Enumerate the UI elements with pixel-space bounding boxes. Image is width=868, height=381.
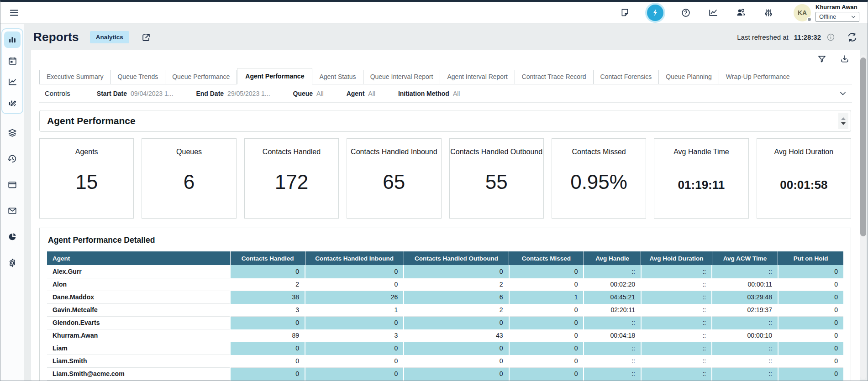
column-header-contacts-missed[interactable]: Contacts Missed xyxy=(509,251,584,265)
tab-agent-performance[interactable]: Agent Performance xyxy=(237,68,312,84)
tab-executive-summary[interactable]: Executive Summary xyxy=(39,70,110,84)
detail-table-section: Agent Performance Detailed AgentContacts… xyxy=(39,228,851,381)
avatar[interactable]: KA xyxy=(794,4,811,21)
sidebar-item-reports[interactable] xyxy=(4,31,21,48)
tab-contract-trace-record[interactable]: Contract Trace Record xyxy=(515,70,594,84)
cell-value: 0 xyxy=(778,342,843,355)
control-filter-end-date[interactable]: End Date29/05/2023 1... xyxy=(196,90,270,97)
refresh-icon[interactable] xyxy=(847,32,857,42)
cell-agent: Dane.Maddox xyxy=(47,291,230,303)
cell-value: 0 xyxy=(778,303,843,316)
sliders-icon[interactable] xyxy=(763,8,773,18)
column-header-contacts-handled-outbound[interactable]: Contacts Handled Outbound xyxy=(404,251,509,265)
notes-icon[interactable] xyxy=(620,8,630,17)
tab-queue-planning[interactable]: Queue Planning xyxy=(659,70,719,84)
topbar: KA Khurram Awan Offline xyxy=(0,2,868,24)
metrics-icon[interactable] xyxy=(708,8,718,18)
bolt-icon[interactable] xyxy=(647,5,663,21)
column-header-agent[interactable]: Agent xyxy=(47,251,230,265)
cell-agent: Khurram.Awan xyxy=(47,329,230,342)
bar-chart-icon xyxy=(7,35,17,45)
control-filter-start-date[interactable]: Start Date09/04/2023 1... xyxy=(97,90,174,97)
cell-agent: Gavin.Metcalfe xyxy=(47,303,230,316)
kpi-card-agents: Agents15 xyxy=(39,138,134,219)
filter-label: Start Date xyxy=(97,90,127,97)
sidebar-item-scheduling[interactable] xyxy=(4,52,21,69)
column-header-contacts-handled[interactable]: Contacts Handled xyxy=(230,251,305,265)
kpi-value: 0.95% xyxy=(570,171,627,193)
tab-queue-trends[interactable]: Queue Trends xyxy=(110,70,165,84)
info-icon[interactable] xyxy=(826,33,835,42)
layers-icon xyxy=(7,128,17,138)
help-icon[interactable] xyxy=(681,8,691,18)
history-icon xyxy=(7,154,17,164)
sidebar-item-settings[interactable] xyxy=(5,256,20,270)
cell-value: 0 xyxy=(404,367,509,380)
hamburger-icon[interactable] xyxy=(7,5,21,20)
sidebar-item-history[interactable] xyxy=(5,152,20,166)
kpi-card-contacts-handled-inbound: Contacts Handled Inbound65 xyxy=(347,138,441,219)
cell-value: 0 xyxy=(404,342,509,355)
column-header-put-on-hold[interactable]: Put on Hold xyxy=(778,251,843,265)
controls-expand-chevron-icon[interactable] xyxy=(838,89,847,98)
sidebar-item-metrics[interactable] xyxy=(4,73,21,90)
topbar-actions: KA Khurram Awan Offline xyxy=(620,4,859,22)
cell-value: 0 xyxy=(778,278,843,291)
cell-value: 0 xyxy=(509,342,584,355)
tab-wrap-up-performance[interactable]: Wrap-Up Performance xyxy=(719,70,797,84)
designer-icon xyxy=(7,98,17,108)
users-icon[interactable] xyxy=(736,7,746,18)
sidebar-item-mail[interactable] xyxy=(5,204,20,218)
user-name: Khurram Awan xyxy=(815,4,859,10)
sidebar-primary-group xyxy=(1,28,23,114)
kpi-value: 00:01:58 xyxy=(780,178,827,192)
control-filter-queue[interactable]: QueueAll xyxy=(293,90,324,97)
kpi-label: Queues xyxy=(176,148,202,156)
sidebar-item-layers[interactable] xyxy=(5,126,20,140)
sidebar-item-workspace[interactable] xyxy=(5,178,20,192)
sidebar-item-analytics[interactable] xyxy=(5,230,20,244)
cell-value: :: xyxy=(712,265,778,278)
scrollbar-thumb[interactable] xyxy=(860,57,866,236)
column-header-avg-hold-duration[interactable]: Avg Hold Duration xyxy=(641,251,712,265)
filter-value: All xyxy=(316,90,324,97)
control-filter-initiation-method[interactable]: Initiation MethodAll xyxy=(398,90,460,97)
column-header-avg-acw-time[interactable]: Avg ACW Time xyxy=(712,251,778,265)
section-stepper[interactable] xyxy=(838,113,848,129)
download-icon[interactable] xyxy=(840,54,849,63)
cell-value: 0 xyxy=(778,355,843,367)
cell-value: 00:02:20 xyxy=(584,278,641,291)
status-select[interactable]: Offline xyxy=(815,12,859,22)
sidebar-item-dashboard-designer[interactable] xyxy=(4,94,21,111)
table-row-dane-maddox: Dane.Maddox38266104:45:21::03:29:480 xyxy=(47,291,843,303)
tab-agent-interval-report[interactable]: Agent Interval Report xyxy=(440,70,515,84)
cell-value: 2 xyxy=(230,278,305,291)
tab-agent-status[interactable]: Agent Status xyxy=(312,70,363,84)
kpi-label: Contacts Missed xyxy=(572,148,626,156)
status-select-value: Offline xyxy=(819,13,836,20)
cell-value: :: xyxy=(584,342,641,355)
cell-value: 2 xyxy=(404,303,509,316)
cell-value: 00:00:10 xyxy=(712,329,778,342)
cell-value: 0 xyxy=(305,278,404,291)
cell-agent: Alon xyxy=(47,278,230,291)
section-title: Agent Performance xyxy=(47,115,136,126)
tab-contact-forensics[interactable]: Contact Forensics xyxy=(594,70,659,84)
cell-value: 02:20:11 xyxy=(584,303,641,316)
tab-queue-performance[interactable]: Queue Performance xyxy=(165,70,237,84)
filter-label: Initiation Method xyxy=(398,90,449,97)
column-header-avg-handle[interactable]: Avg Handle xyxy=(584,251,641,265)
section-header: Agent Performance xyxy=(39,110,851,132)
cell-value: 0 xyxy=(404,316,509,329)
detail-table-title: Agent Performance Detailed xyxy=(48,235,843,245)
filter-icon[interactable] xyxy=(817,54,826,63)
stepper-down-icon[interactable] xyxy=(841,122,846,125)
cell-value: 0 xyxy=(509,367,584,380)
cell-value: 43 xyxy=(404,329,509,342)
external-link-icon[interactable] xyxy=(141,32,151,42)
column-header-contacts-handled-inbound[interactable]: Contacts Handled Inbound xyxy=(305,251,404,265)
control-filter-agent[interactable]: AgentAll xyxy=(347,90,375,97)
stepper-up-icon[interactable] xyxy=(841,117,846,120)
tab-queue-interval-report[interactable]: Queue Interval Report xyxy=(363,70,441,84)
sidebar xyxy=(0,24,24,381)
